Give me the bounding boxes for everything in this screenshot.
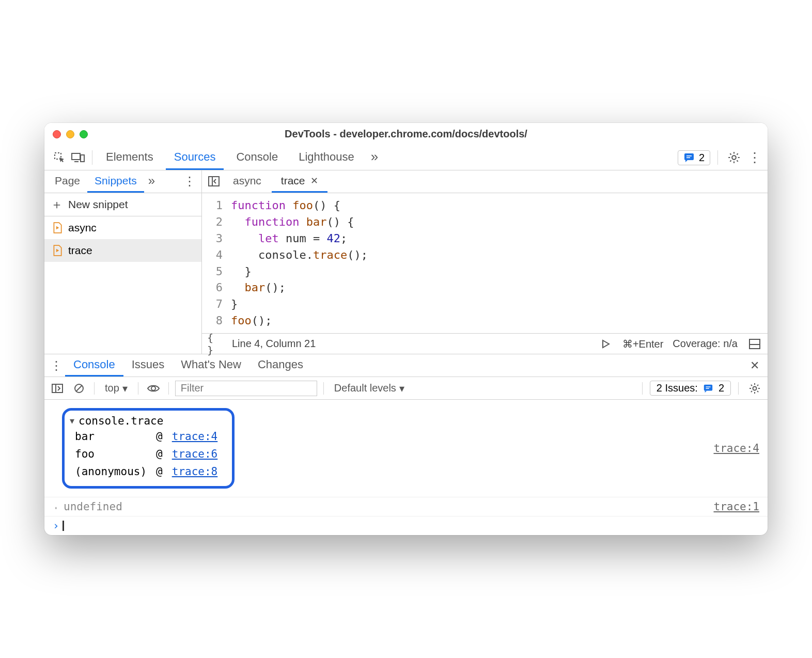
trace-highlight: ▼ console.trace bar @ trace:4 foo @ trac…	[62, 408, 235, 489]
drawer-tab-console[interactable]: Console	[65, 354, 123, 377]
toolbar-right: 2 ⋮	[678, 149, 763, 166]
navigator-menu-icon[interactable]: ⋮	[181, 173, 198, 190]
issues-indicator-count: 2	[719, 382, 724, 394]
separator	[138, 382, 138, 395]
frame-fn: (anonymous)	[71, 463, 151, 480]
svg-line-14	[76, 385, 82, 391]
svg-rect-1	[72, 153, 80, 160]
issues-chip[interactable]: 2	[678, 150, 710, 165]
snippet-name: trace	[68, 244, 92, 257]
return-source-link[interactable]: trace:1	[713, 500, 759, 513]
context-selector[interactable]: top ▾	[101, 380, 132, 397]
navigator-tabs: Page Snippets » ⋮	[44, 170, 201, 193]
separator	[738, 382, 739, 395]
snippet-file-icon	[52, 222, 63, 233]
disclosure-triangle-icon[interactable]: ▼	[70, 416, 74, 426]
editor-pane: async trace ✕ 12345678 function foo() { …	[202, 170, 768, 354]
svg-point-19	[753, 386, 757, 390]
trace-source-link[interactable]: trace:4	[713, 442, 759, 455]
issues-indicator[interactable]: 2 Issues: 2	[650, 381, 731, 396]
device-toolbar-icon[interactable]	[69, 149, 87, 166]
toggle-debugger-icon[interactable]	[747, 336, 762, 352]
filter-input[interactable]	[175, 381, 317, 396]
svg-rect-4	[686, 155, 692, 156]
snippet-item-async[interactable]: async	[44, 216, 201, 239]
clear-console-icon[interactable]	[70, 380, 88, 397]
drawer-tab-changes[interactable]: Changes	[249, 354, 311, 377]
more-tabs-button[interactable]: »	[367, 146, 382, 170]
close-window-button[interactable]	[53, 130, 61, 138]
frame-source-link[interactable]: trace:4	[172, 430, 218, 443]
toggle-navigator-icon[interactable]	[205, 173, 223, 190]
console-prompt[interactable]: ›	[44, 516, 768, 535]
navigator-more-tabs[interactable]: »	[144, 170, 159, 193]
snippet-name: async	[68, 222, 97, 234]
svg-rect-5	[686, 158, 690, 159]
editor-statusbar: { } Line 4, Column 21 ⌘+Enter Coverage: …	[202, 333, 768, 354]
prompt-chevron-icon: ›	[53, 520, 59, 532]
editor-tab-trace[interactable]: trace ✕	[272, 170, 327, 193]
return-arrow-icon: ⬪	[53, 500, 59, 513]
stack-frame: bar @ trace:4	[71, 428, 222, 445]
frame-source-link[interactable]: trace:8	[172, 465, 218, 478]
tab-sources[interactable]: Sources	[166, 146, 224, 170]
stack-frame: (anonymous) @ trace:8	[71, 463, 222, 480]
navigator-tab-snippets[interactable]: Snippets	[87, 170, 144, 193]
editor-tab-label: trace	[281, 175, 305, 187]
svg-rect-17	[706, 386, 710, 387]
trace-header[interactable]: ▼ console.trace	[70, 415, 223, 427]
frame-source-link[interactable]: trace:6	[172, 448, 218, 460]
live-expression-icon[interactable]	[145, 380, 162, 397]
log-levels-selector[interactable]: Default levels ▾	[330, 380, 409, 397]
console-sidebar-icon[interactable]	[49, 380, 66, 397]
tab-console[interactable]: Console	[228, 146, 286, 170]
chevron-down-icon: ▾	[399, 382, 404, 395]
editor-tab-label: async	[233, 175, 261, 187]
separator	[92, 150, 92, 165]
editor-tabs: async trace ✕	[202, 170, 768, 193]
console-trace-row: ▼ console.trace bar @ trace:4 foo @ trac…	[44, 400, 768, 497]
close-tab-icon[interactable]: ✕	[310, 175, 318, 186]
svg-point-6	[732, 156, 736, 160]
run-snippet-icon[interactable]	[598, 336, 613, 352]
drawer-tab-whatsnew[interactable]: What's New	[173, 354, 249, 377]
window-title: DevTools - developer.chrome.com/docs/dev…	[44, 128, 768, 140]
zoom-window-button[interactable]	[80, 130, 88, 138]
code-content: function foo() { function bar() { let nu…	[231, 197, 768, 329]
pretty-print-icon[interactable]: { }	[207, 336, 223, 352]
frame-fn: foo	[71, 446, 151, 462]
drawer-menu-icon[interactable]: ⋮	[48, 357, 65, 374]
cursor-position: Line 4, Column 21	[232, 338, 316, 350]
more-menu-icon[interactable]: ⋮	[746, 149, 763, 166]
svg-rect-3	[684, 153, 694, 160]
code-editor[interactable]: 12345678 function foo() { function bar()…	[202, 193, 768, 333]
inspect-element-icon[interactable]	[51, 149, 68, 166]
chevron-down-icon: ▾	[122, 382, 128, 395]
drawer-tab-issues[interactable]: Issues	[123, 354, 173, 377]
settings-icon[interactable]	[725, 149, 743, 166]
minimize-window-button[interactable]	[66, 130, 74, 138]
tab-lighthouse[interactable]: Lighthouse	[290, 146, 363, 170]
sources-split: Page Snippets » ⋮ ＋ New snippet async tr…	[44, 170, 768, 354]
issues-indicator-label: 2 Issues:	[657, 382, 698, 394]
new-snippet-button[interactable]: ＋ New snippet	[44, 193, 201, 216]
trace-label: console.trace	[79, 415, 163, 427]
svg-rect-11	[52, 384, 63, 393]
svg-rect-16	[704, 384, 712, 390]
frame-fn: bar	[71, 428, 151, 445]
snippet-file-icon	[52, 245, 63, 256]
console-settings-icon[interactable]	[746, 380, 763, 397]
navigator-tab-page[interactable]: Page	[48, 170, 87, 193]
svg-rect-18	[706, 388, 709, 388]
devtools-window: DevTools - developer.chrome.com/docs/dev…	[44, 123, 768, 535]
at-symbol: @	[152, 428, 167, 445]
coverage-label: Coverage: n/a	[673, 338, 738, 350]
editor-tab-async[interactable]: async	[224, 170, 271, 193]
snippet-item-trace[interactable]: trace	[44, 239, 201, 262]
tab-elements[interactable]: Elements	[98, 146, 162, 170]
separator	[168, 382, 169, 395]
issue-icon	[683, 152, 695, 163]
console-return-row: ⬪ undefined trace:1	[44, 497, 768, 516]
close-drawer-icon[interactable]: ✕	[745, 359, 764, 372]
separator	[323, 382, 324, 395]
